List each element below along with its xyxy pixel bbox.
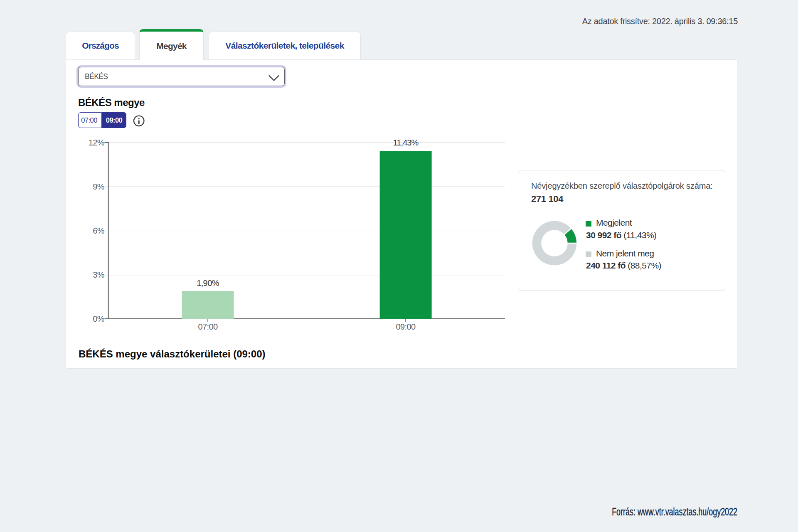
svg-text:11,43%: 11,43% [393, 138, 419, 147]
svg-text:9%: 9% [93, 182, 105, 191]
svg-text:07:00: 07:00 [198, 322, 218, 331]
svg-text:1,90%: 1,90% [197, 278, 219, 288]
svg-text:3%: 3% [93, 270, 105, 279]
svg-text:0%: 0% [93, 314, 105, 323]
svg-text:6%: 6% [93, 226, 105, 235]
svg-text:09:00: 09:00 [396, 322, 416, 331]
svg-text:12%: 12% [89, 138, 105, 147]
